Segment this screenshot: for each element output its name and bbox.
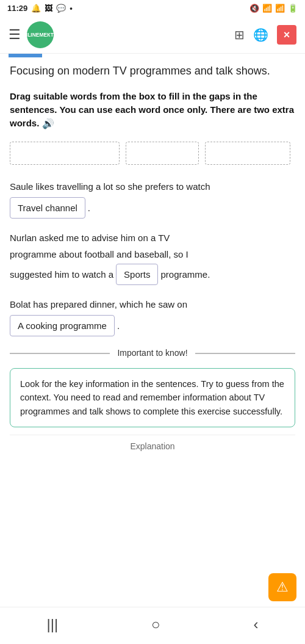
status-dot: •	[70, 4, 73, 13]
sentence-3: Bolat has prepared dinner, which he saw …	[10, 296, 295, 336]
status-image-icon: 🖼	[45, 4, 52, 13]
word-box-1[interactable]	[10, 142, 120, 165]
status-signal-icon: 📶	[275, 4, 285, 13]
logo[interactable]: ONLINE МЕКТЕП	[27, 21, 54, 48]
instruction-text: Drag suitable words from the box to fill…	[10, 90, 295, 131]
main-content: Focusing on modern TV programmes and tal…	[0, 57, 305, 454]
bottom-nav: ||| ○ ‹	[0, 607, 305, 644]
word-box-2[interactable]	[126, 142, 199, 165]
sentence-2-before-part3: suggested him to watch a	[10, 266, 113, 283]
info-text: Look for the key information in the sent…	[20, 379, 284, 416]
sentence-1: Saule likes travelling a lot so she pref…	[10, 178, 295, 219]
imp-line-left	[10, 353, 110, 354]
audio-icon[interactable]: 🔊	[42, 117, 54, 131]
grid-icon[interactable]: ⊞	[234, 27, 245, 42]
imp-line-right	[195, 353, 295, 354]
answer-chip-2[interactable]: Sports	[116, 264, 158, 285]
globe-icon[interactable]: 🌐	[253, 27, 268, 42]
close-button[interactable]: ×	[277, 25, 296, 45]
answer-chip-3[interactable]: A cooking programme	[10, 315, 115, 336]
important-title: Important to know!	[110, 347, 195, 360]
logo-text-line2: МЕКТЕП	[40, 32, 61, 38]
word-boxes-area	[10, 142, 295, 165]
status-battery-icon: 🔋	[288, 4, 298, 13]
explanation-label: Explanation	[130, 441, 174, 451]
sentence-1-after: .	[88, 200, 90, 216]
sentence-3-before: Bolat has prepared dinner, which he saw …	[10, 296, 187, 313]
logo-text-line1: ONLINE	[20, 32, 39, 38]
header: ☰ ONLINE МЕКТЕП ⊞ 🌐 ×	[0, 16, 305, 54]
warning-fab[interactable]: ⚠	[268, 573, 296, 601]
answer-chip-1[interactable]: Travel channel	[10, 197, 85, 219]
status-wifi-icon: 📶	[262, 4, 272, 13]
explanation-peek: Explanation	[10, 435, 295, 454]
status-mute-icon: 🔇	[249, 4, 259, 13]
sentence-2-after: programme.	[160, 266, 210, 283]
nav-forward-button[interactable]: ‹	[242, 613, 271, 635]
status-time: 11:29	[7, 4, 27, 13]
page-title: Focusing on modern TV programmes and tal…	[10, 63, 295, 79]
sentence-1-before: Saule likes travelling a lot so she pref…	[10, 178, 210, 195]
sentence-2-before-part1: Nurlan asked me to advise him on a TV	[10, 230, 170, 246]
status-message-icon: 💬	[56, 4, 66, 13]
nav-back-button[interactable]: |||	[34, 613, 70, 635]
nav-home-button[interactable]: ○	[139, 613, 173, 635]
word-box-3[interactable]	[205, 142, 290, 165]
warning-icon: ⚠	[276, 579, 289, 595]
sentence-3-after: .	[117, 317, 120, 334]
important-section: Important to know!	[10, 347, 295, 360]
sentence-2-before-part2: programme about football and baseball, s…	[10, 246, 188, 262]
sentence-2: Nurlan asked me to advise him on a TV pr…	[10, 230, 295, 285]
menu-icon[interactable]: ☰	[9, 27, 21, 43]
status-notification-icon: 🔔	[31, 4, 41, 13]
status-bar: 11:29 🔔 🖼 💬 • 🔇 📶 📶 🔋	[0, 0, 305, 16]
info-box: Look for the key information in the sent…	[10, 368, 295, 427]
